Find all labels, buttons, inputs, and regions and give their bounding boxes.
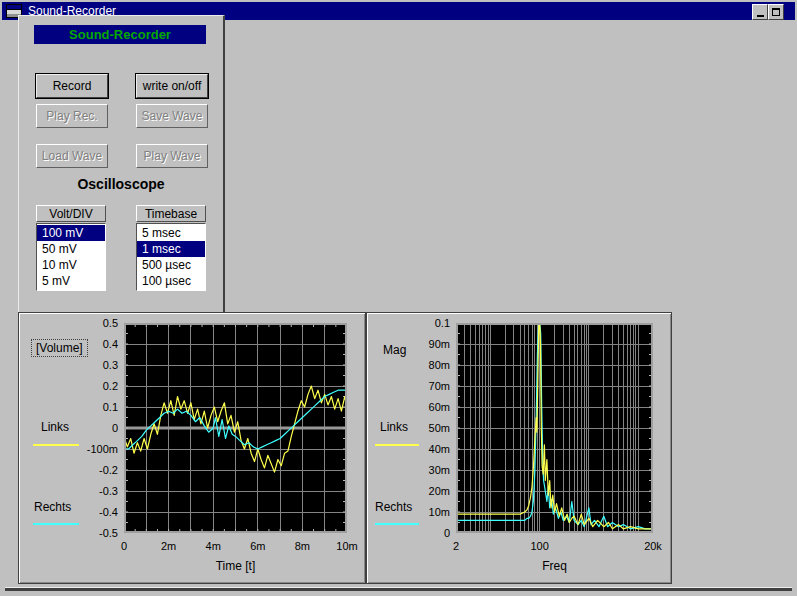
- volume-scope-panel: [Volume] Links Rechts Time [t] 0.50.40.3…: [18, 312, 366, 584]
- x-tick-label: 4m: [188, 540, 238, 552]
- y-tick-label: 50m: [400, 422, 450, 434]
- y-tick-label: 0.1: [400, 317, 450, 329]
- y-tick-label: 0.2: [63, 380, 118, 392]
- y-tick-label: 0: [63, 422, 118, 434]
- x-tick-label: 2: [431, 540, 481, 552]
- voltdiv-option[interactable]: 10 mV: [37, 257, 105, 273]
- play-rec-button[interactable]: Play Rec.: [36, 104, 108, 128]
- recorder-control-panel: Sound-Recorder Record write on/off Play …: [18, 15, 225, 313]
- y-tick-label: -100m: [63, 443, 118, 455]
- record-button[interactable]: Record: [36, 74, 108, 98]
- system-menu-icon-stripe: [7, 5, 21, 10]
- voltdiv-option[interactable]: 100 mV: [37, 225, 105, 241]
- y-tick-label: 0.4: [63, 338, 118, 350]
- rechts-legend-line: [375, 523, 419, 525]
- voltdiv-option[interactable]: 50 mV: [37, 241, 105, 257]
- y-tick-label: 0.5: [63, 317, 118, 329]
- y-tick-label: 0: [400, 527, 450, 539]
- x-tick-label: 10m: [322, 540, 372, 552]
- y-tick-label: -0.3: [63, 485, 118, 497]
- spectrum-plot: [456, 323, 653, 533]
- spectrum-scope-panel: Mag Links Rechts Freq 0.190m80m70m60m50m…: [366, 312, 672, 584]
- voltdiv-list-header: Volt/DIV: [36, 205, 106, 222]
- y-tick-label: 20m: [400, 485, 450, 497]
- freq-axis-label: Freq: [456, 559, 653, 573]
- voltdiv-option[interactable]: 5 mV: [37, 273, 105, 289]
- y-tick-label: 70m: [400, 380, 450, 392]
- oscilloscope-section-title: Oscilloscope: [19, 176, 223, 192]
- timebase-option[interactable]: 500 µsec: [137, 257, 205, 273]
- x-tick-label: 20k: [628, 540, 678, 552]
- waveform-plot: [124, 323, 347, 533]
- timebase-option[interactable]: 5 msec: [137, 225, 205, 241]
- timebase-option[interactable]: 100 µsec: [137, 273, 205, 289]
- x-tick-label: 8m: [277, 540, 327, 552]
- maximize-button[interactable]: [768, 4, 784, 20]
- y-tick-label: -0.2: [63, 464, 118, 476]
- y-tick-label: -0.5: [63, 527, 118, 539]
- y-tick-label: 10m: [400, 506, 450, 518]
- y-tick-label: 40m: [400, 443, 450, 455]
- voltdiv-listbox[interactable]: 100 mV50 mV10 mV5 mV: [36, 223, 106, 291]
- y-tick-label: 90m: [400, 338, 450, 350]
- maximize-icon: [772, 8, 780, 16]
- x-tick-label: 100: [515, 540, 565, 552]
- y-tick-label: 0.3: [63, 359, 118, 371]
- x-tick-label: 0: [99, 540, 149, 552]
- minimize-button[interactable]: [752, 4, 768, 20]
- y-tick-label: 80m: [400, 359, 450, 371]
- y-tick-label: 60m: [400, 401, 450, 413]
- y-tick-label: 30m: [400, 464, 450, 476]
- time-axis-label: Time [t]: [124, 559, 347, 573]
- timebase-listbox[interactable]: 5 msec1 msec500 µsec100 µsec: [136, 223, 206, 291]
- panel-header: Sound-Recorder: [34, 25, 206, 44]
- y-tick-label: -0.4: [63, 506, 118, 518]
- load-wave-button[interactable]: Load Wave: [36, 144, 108, 168]
- x-tick-label: 6m: [233, 540, 283, 552]
- x-tick-label: 2m: [144, 540, 194, 552]
- y-tick-label: 0.1: [63, 401, 118, 413]
- window-bottom-edge: [5, 587, 792, 592]
- rechts-legend-line: [33, 523, 79, 525]
- timebase-option[interactable]: 1 msec: [137, 241, 205, 257]
- save-wave-button[interactable]: Save Wave: [136, 104, 208, 128]
- play-wave-button[interactable]: Play Wave: [136, 144, 208, 168]
- timebase-list-header: Timebase: [136, 205, 206, 222]
- minimize-icon: [757, 15, 764, 17]
- write-on-off-button[interactable]: write on/off: [136, 74, 208, 98]
